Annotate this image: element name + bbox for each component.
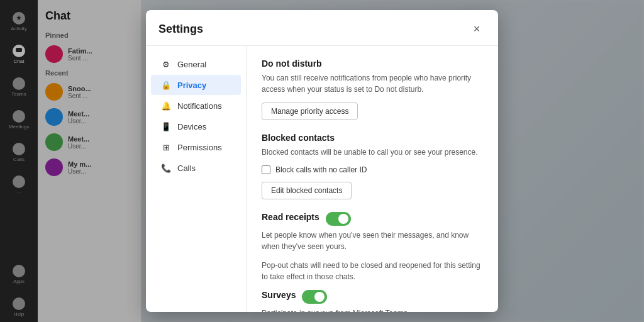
- read-receipts-title: Read receipts: [262, 212, 319, 222]
- surveys-title: Surveys: [262, 290, 296, 300]
- dnd-title: Do not disturb: [262, 58, 483, 69]
- notifications-icon: 🔔: [161, 101, 171, 111]
- surveys-row: Surveys: [262, 290, 483, 304]
- edit-blocked-button[interactable]: Edit blocked contacts: [262, 182, 352, 199]
- surveys-toggle[interactable]: [302, 290, 327, 304]
- nav-item-general[interactable]: ⚙ General: [151, 54, 241, 74]
- close-button[interactable]: ×: [468, 20, 486, 38]
- block-calls-row: Block calls with no caller ID: [262, 165, 483, 174]
- devices-icon: 📱: [161, 121, 171, 131]
- nav-label-devices: Devices: [177, 122, 206, 131]
- nav-label-general: General: [177, 60, 206, 69]
- surveys-description: Participate in surveys from Microsoft Te…: [262, 308, 483, 312]
- nav-item-privacy[interactable]: 🔒 Privacy: [151, 75, 241, 95]
- manage-priority-button[interactable]: Manage priority access: [262, 103, 358, 120]
- nav-label-notifications: Notifications: [177, 101, 222, 111]
- dialog-title: Settings: [158, 23, 203, 36]
- settings-dialog: Settings × ⚙ General 🔒 Privacy 🔔 Notific…: [146, 10, 498, 312]
- nav-item-devices[interactable]: 📱 Devices: [151, 116, 241, 136]
- read-receipts-row: Read receipts: [262, 212, 483, 226]
- nav-label-privacy: Privacy: [177, 80, 206, 90]
- surveys-slider: [302, 290, 327, 304]
- blocked-contacts-description: Blocked contacts will be unable to call …: [262, 147, 483, 158]
- calls-nav-icon: 📞: [161, 163, 171, 173]
- nav-label-permissions: Permissions: [177, 143, 222, 152]
- read-receipts-desc1: Let people know when you've seen their m…: [262, 230, 483, 252]
- read-receipts-desc2: Pop-out chats will need to be closed and…: [262, 260, 483, 282]
- read-receipts-toggle[interactable]: [326, 212, 351, 226]
- settings-nav: ⚙ General 🔒 Privacy 🔔 Notifications 📱 De…: [146, 46, 247, 312]
- blocked-contacts-title: Blocked contacts: [262, 133, 483, 143]
- nav-item-permissions[interactable]: ⊞ Permissions: [151, 137, 241, 157]
- dialog-body: ⚙ General 🔒 Privacy 🔔 Notifications 📱 De…: [146, 46, 498, 312]
- settings-content: Do not disturb You can still receive not…: [247, 46, 498, 312]
- permissions-icon: ⊞: [161, 142, 171, 152]
- dnd-description: You can still receive notifications from…: [262, 72, 483, 95]
- general-icon: ⚙: [161, 59, 171, 69]
- nav-item-calls[interactable]: 📞 Calls: [151, 158, 241, 178]
- nav-item-notifications[interactable]: 🔔 Notifications: [151, 96, 241, 116]
- block-no-caller-checkbox[interactable]: [262, 165, 270, 174]
- dialog-header: Settings ×: [146, 10, 498, 46]
- nav-label-calls: Calls: [177, 164, 196, 173]
- modal-overlay: Settings × ⚙ General 🔒 Privacy 🔔 Notific…: [0, 0, 644, 322]
- read-receipts-slider: [326, 212, 351, 226]
- block-no-caller-label[interactable]: Block calls with no caller ID: [275, 165, 367, 174]
- privacy-icon: 🔒: [161, 80, 171, 90]
